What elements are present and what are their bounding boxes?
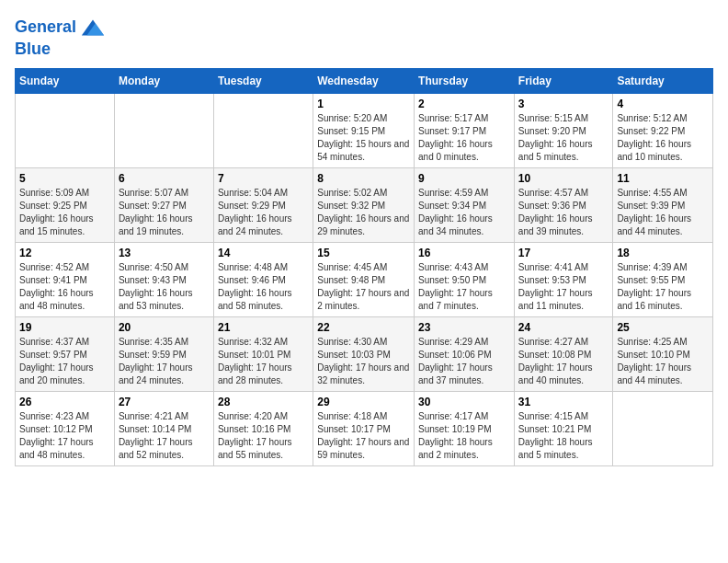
day-info: Sunrise: 5:12 AM Sunset: 9:22 PM Dayligh… (617, 112, 709, 164)
day-info: Sunrise: 4:59 AM Sunset: 9:34 PM Dayligh… (418, 187, 510, 238)
day-cell: 30Sunrise: 4:17 AM Sunset: 10:19 PM Dayl… (415, 391, 515, 465)
day-number: 23 (418, 321, 510, 334)
day-number: 7 (218, 172, 309, 185)
day-number: 2 (418, 98, 510, 110)
week-row-5: 26Sunrise: 4:23 AM Sunset: 10:12 PM Dayl… (16, 391, 713, 465)
day-info: Sunrise: 4:32 AM Sunset: 10:01 PM Daylig… (218, 336, 309, 387)
day-cell: 2Sunrise: 5:17 AM Sunset: 9:17 PM Daylig… (415, 93, 515, 167)
day-cell: 20Sunrise: 4:35 AM Sunset: 9:59 PM Dayli… (114, 316, 213, 391)
day-info: Sunrise: 5:17 AM Sunset: 9:17 PM Dayligh… (418, 112, 510, 164)
day-info: Sunrise: 4:48 AM Sunset: 9:46 PM Dayligh… (218, 261, 309, 313)
logo-text: General (15, 18, 76, 37)
day-info: Sunrise: 4:37 AM Sunset: 9:57 PM Dayligh… (19, 336, 110, 387)
day-cell: 11Sunrise: 4:55 AM Sunset: 9:39 PM Dayli… (613, 167, 713, 242)
page-header: General Blue (15, 15, 713, 59)
day-number: 27 (119, 396, 210, 408)
day-info: Sunrise: 5:07 AM Sunset: 9:27 PM Dayligh… (119, 187, 210, 238)
day-header-tuesday: Tuesday (213, 68, 313, 93)
day-number: 29 (317, 396, 410, 408)
day-info: Sunrise: 4:43 AM Sunset: 9:50 PM Dayligh… (418, 261, 510, 313)
day-cell: 1Sunrise: 5:20 AM Sunset: 9:15 PM Daylig… (313, 93, 415, 167)
calendar-table: SundayMondayTuesdayWednesdayThursdayFrid… (15, 68, 713, 466)
day-number: 5 (19, 172, 110, 185)
day-cell: 29Sunrise: 4:18 AM Sunset: 10:17 PM Dayl… (313, 391, 415, 465)
week-row-1: 1Sunrise: 5:20 AM Sunset: 9:15 PM Daylig… (16, 93, 713, 167)
day-number: 4 (617, 98, 709, 110)
day-info: Sunrise: 4:25 AM Sunset: 10:10 PM Daylig… (617, 336, 709, 387)
day-cell: 12Sunrise: 4:52 AM Sunset: 9:41 PM Dayli… (16, 242, 115, 316)
day-info: Sunrise: 4:21 AM Sunset: 10:14 PM Daylig… (119, 410, 210, 462)
day-number: 21 (218, 321, 309, 334)
day-cell: 19Sunrise: 4:37 AM Sunset: 9:57 PM Dayli… (16, 316, 115, 391)
day-header-saturday: Saturday (613, 68, 713, 93)
day-cell: 24Sunrise: 4:27 AM Sunset: 10:08 PM Dayl… (514, 316, 613, 391)
day-number: 16 (418, 247, 510, 259)
day-number: 8 (317, 172, 410, 185)
day-number: 15 (317, 247, 410, 259)
day-cell: 23Sunrise: 4:29 AM Sunset: 10:06 PM Dayl… (415, 316, 515, 391)
day-number: 13 (119, 247, 210, 259)
day-number: 12 (19, 247, 110, 259)
day-number: 28 (218, 396, 309, 408)
calendar-header-row: SundayMondayTuesdayWednesdayThursdayFrid… (16, 68, 713, 93)
day-cell: 5Sunrise: 5:09 AM Sunset: 9:25 PM Daylig… (16, 167, 115, 242)
day-header-monday: Monday (114, 68, 213, 93)
day-cell: 9Sunrise: 4:59 AM Sunset: 9:34 PM Daylig… (415, 167, 515, 242)
logo-icon (80, 15, 106, 40)
day-number: 14 (218, 247, 309, 259)
day-info: Sunrise: 4:41 AM Sunset: 9:53 PM Dayligh… (518, 261, 609, 313)
day-number: 18 (617, 247, 709, 259)
day-cell: 6Sunrise: 5:07 AM Sunset: 9:27 PM Daylig… (114, 167, 213, 242)
day-number: 31 (518, 396, 609, 408)
logo-blue-text: Blue (15, 40, 106, 59)
day-header-thursday: Thursday (415, 68, 515, 93)
day-cell: 18Sunrise: 4:39 AM Sunset: 9:55 PM Dayli… (613, 242, 713, 316)
day-number: 11 (617, 172, 709, 185)
day-header-sunday: Sunday (16, 68, 115, 93)
day-info: Sunrise: 4:17 AM Sunset: 10:19 PM Daylig… (418, 410, 510, 462)
day-cell: 16Sunrise: 4:43 AM Sunset: 9:50 PM Dayli… (415, 242, 515, 316)
day-header-wednesday: Wednesday (313, 68, 415, 93)
day-number: 10 (518, 172, 609, 185)
day-number: 30 (418, 396, 510, 408)
day-cell: 8Sunrise: 5:02 AM Sunset: 9:32 PM Daylig… (313, 167, 415, 242)
day-info: Sunrise: 5:20 AM Sunset: 9:15 PM Dayligh… (317, 112, 410, 164)
day-cell: 13Sunrise: 4:50 AM Sunset: 9:43 PM Dayli… (114, 242, 213, 316)
day-info: Sunrise: 4:39 AM Sunset: 9:55 PM Dayligh… (617, 261, 709, 313)
day-number: 25 (617, 321, 709, 334)
day-info: Sunrise: 4:23 AM Sunset: 10:12 PM Daylig… (19, 410, 110, 462)
day-info: Sunrise: 5:02 AM Sunset: 9:32 PM Dayligh… (317, 187, 410, 238)
day-info: Sunrise: 4:55 AM Sunset: 9:39 PM Dayligh… (617, 187, 709, 238)
day-cell: 14Sunrise: 4:48 AM Sunset: 9:46 PM Dayli… (213, 242, 313, 316)
day-cell (16, 93, 115, 167)
day-cell: 3Sunrise: 5:15 AM Sunset: 9:20 PM Daylig… (514, 93, 613, 167)
day-info: Sunrise: 5:04 AM Sunset: 9:29 PM Dayligh… (218, 187, 309, 238)
day-number: 20 (119, 321, 210, 334)
day-info: Sunrise: 4:57 AM Sunset: 9:36 PM Dayligh… (518, 187, 609, 238)
day-info: Sunrise: 4:35 AM Sunset: 9:59 PM Dayligh… (119, 336, 210, 387)
day-info: Sunrise: 4:29 AM Sunset: 10:06 PM Daylig… (418, 336, 510, 387)
logo: General Blue (15, 15, 106, 59)
day-cell: 31Sunrise: 4:15 AM Sunset: 10:21 PM Dayl… (514, 391, 613, 465)
day-cell: 15Sunrise: 4:45 AM Sunset: 9:48 PM Dayli… (313, 242, 415, 316)
day-cell (613, 391, 713, 465)
day-number: 6 (119, 172, 210, 185)
day-cell: 7Sunrise: 5:04 AM Sunset: 9:29 PM Daylig… (213, 167, 313, 242)
day-cell (114, 93, 213, 167)
day-cell: 27Sunrise: 4:21 AM Sunset: 10:14 PM Dayl… (114, 391, 213, 465)
day-info: Sunrise: 4:18 AM Sunset: 10:17 PM Daylig… (317, 410, 410, 462)
day-info: Sunrise: 4:30 AM Sunset: 10:03 PM Daylig… (317, 336, 410, 387)
day-cell: 17Sunrise: 4:41 AM Sunset: 9:53 PM Dayli… (514, 242, 613, 316)
day-number: 19 (19, 321, 110, 334)
day-info: Sunrise: 4:15 AM Sunset: 10:21 PM Daylig… (518, 410, 609, 462)
day-cell: 25Sunrise: 4:25 AM Sunset: 10:10 PM Dayl… (613, 316, 713, 391)
day-header-friday: Friday (514, 68, 613, 93)
day-number: 17 (518, 247, 609, 259)
day-info: Sunrise: 4:20 AM Sunset: 10:16 PM Daylig… (218, 410, 309, 462)
day-number: 1 (317, 98, 410, 110)
week-row-2: 5Sunrise: 5:09 AM Sunset: 9:25 PM Daylig… (16, 167, 713, 242)
day-cell: 26Sunrise: 4:23 AM Sunset: 10:12 PM Dayl… (16, 391, 115, 465)
day-info: Sunrise: 5:09 AM Sunset: 9:25 PM Dayligh… (19, 187, 110, 238)
week-row-3: 12Sunrise: 4:52 AM Sunset: 9:41 PM Dayli… (16, 242, 713, 316)
day-number: 3 (518, 98, 609, 110)
